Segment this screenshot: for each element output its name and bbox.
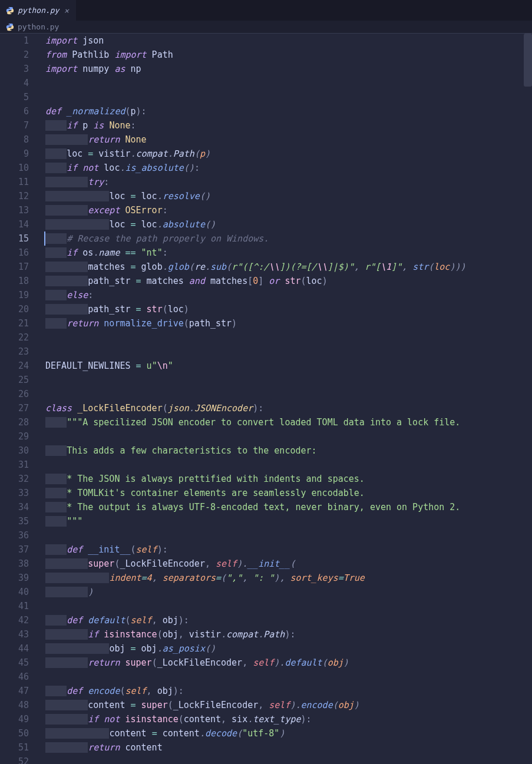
- code-line[interactable]: def encode(self, obj):: [45, 684, 532, 698]
- code-line[interactable]: return normalize_drive(path_str): [45, 316, 532, 330]
- code-line[interactable]: return super(_LockFileEncoder, self).def…: [45, 656, 532, 670]
- code-line[interactable]: path_str = matches and matches[0] or str…: [45, 274, 532, 288]
- code-line[interactable]: [45, 670, 532, 684]
- code-line[interactable]: content = super(_LockFileEncoder, self).…: [45, 698, 532, 712]
- token-text: loc: [136, 191, 157, 201]
- code-line[interactable]: obj = obj.as_posix(): [45, 641, 532, 656]
- code-line[interactable]: return None: [45, 133, 532, 147]
- token-punct: (: [163, 403, 168, 414]
- line-number: 39: [0, 571, 29, 585]
- code-line[interactable]: [45, 90, 532, 104]
- code-line[interactable]: except OSError:: [45, 203, 532, 217]
- token-param-it: obj: [338, 700, 354, 710]
- code-line[interactable]: [45, 345, 532, 359]
- token-fn-it: default: [285, 657, 322, 668]
- token-str-it: r: [232, 262, 237, 272]
- token-punct-it: .: [131, 148, 136, 159]
- tab-python[interactable]: python.py ×: [0, 0, 76, 21]
- token-punct: ):: [173, 686, 184, 696]
- code-area[interactable]: import jsonfrom Pathlib import Pathimpor…: [34, 34, 532, 764]
- breadcrumb[interactable]: python.py: [0, 21, 532, 34]
- token-bool: True: [343, 573, 365, 583]
- token-kw: def: [67, 615, 82, 626]
- token-punct: (: [163, 304, 168, 315]
- token-punct: (: [157, 629, 163, 640]
- code-line[interactable]: * TOMLKit's container elements are seaml…: [45, 486, 532, 500]
- line-number: 27: [0, 401, 29, 415]
- code-line[interactable]: # Recase the path properly on Windows.: [44, 231, 532, 246]
- token-text: loc: [109, 191, 130, 201]
- code-line[interactable]: * The JSON is always prettified with ind…: [45, 472, 532, 486]
- code-line[interactable]: This adds a few characteristics to the e…: [45, 444, 532, 458]
- code-line[interactable]: from Pathlib import Path: [45, 48, 532, 62]
- scrollbar-thumb[interactable]: [524, 34, 532, 87]
- token-param-it: indent: [109, 573, 141, 583]
- code-line[interactable]: path_str = str(loc): [45, 302, 532, 316]
- token-text: obj: [136, 643, 157, 654]
- token-op-it: =: [338, 573, 343, 583]
- token-builtin: super: [88, 558, 114, 569]
- code-line[interactable]: super(_LockFileEncoder, self).__init__(: [45, 557, 532, 571]
- code-line[interactable]: try:: [45, 175, 532, 189]
- code-line[interactable]: if os.name == "nt":: [45, 246, 532, 260]
- code-line[interactable]: def _normalized(p):: [45, 104, 532, 118]
- code-line[interactable]: loc = loc.resolve(): [45, 189, 532, 203]
- code-line[interactable]: indent=4, separators=(",", ": "), sort_k…: [45, 571, 532, 585]
- code-line[interactable]: class _LockFileEncoder(json.JSONEncoder)…: [45, 401, 532, 415]
- code-line[interactable]: if p is None:: [45, 118, 532, 133]
- code-line[interactable]: [45, 429, 532, 444]
- code-line[interactable]: [45, 330, 532, 345]
- token-kw: return: [67, 318, 98, 329]
- code-line[interactable]: [45, 373, 532, 387]
- token-str: "nt": [141, 247, 163, 258]
- indent-guide: [45, 177, 88, 187]
- code-line[interactable]: content = content.decode("utf-8"): [45, 726, 532, 740]
- indent-guide: [45, 219, 109, 230]
- code-line[interactable]: [45, 458, 532, 472]
- token-punct-it: .: [258, 629, 263, 640]
- editor[interactable]: 1234567891011121314151617181920212223242…: [0, 34, 532, 764]
- code-line[interactable]: import json: [45, 34, 532, 48]
- code-line[interactable]: def __init__(self):: [45, 543, 532, 557]
- close-icon[interactable]: ×: [62, 4, 70, 18]
- token-punct: :: [163, 205, 168, 216]
- code-line[interactable]: if isinstance(obj, vistir.compat.Path):: [45, 627, 532, 641]
- token-op: =: [131, 700, 136, 710]
- token-kw: class: [45, 403, 72, 414]
- token-punct-it: (: [189, 262, 194, 272]
- code-line[interactable]: loc = vistir.compat.Path(p): [45, 147, 532, 161]
- line-number: 40: [0, 585, 29, 599]
- code-line[interactable]: else:: [45, 288, 532, 302]
- code-line[interactable]: def default(self, obj):: [45, 613, 532, 627]
- code-line[interactable]: * The output is always UTF-8-encoded tex…: [45, 500, 532, 514]
- token-fn-it: encode: [301, 700, 333, 710]
- token-punct: [: [247, 276, 253, 286]
- code-line[interactable]: import numpy as np: [45, 62, 532, 76]
- token-text: p: [131, 106, 136, 117]
- code-line[interactable]: if not loc.is_absolute():: [45, 161, 532, 175]
- token-kw: if: [67, 163, 77, 173]
- token-type-it: json: [168, 403, 189, 414]
- token-text-it: Path: [173, 148, 194, 159]
- code-line[interactable]: [45, 755, 532, 764]
- code-line[interactable]: [45, 528, 532, 543]
- code-line[interactable]: """A specilized JSON encoder to convert …: [45, 415, 532, 429]
- code-line[interactable]: """: [45, 514, 532, 528]
- code-line[interactable]: loc = loc.absolute(): [45, 217, 532, 231]
- token-punct-it: (: [194, 148, 200, 159]
- code-line[interactable]: [45, 599, 532, 613]
- token-self-it: self: [216, 558, 237, 569]
- code-line[interactable]: return content: [45, 740, 532, 755]
- code-line[interactable]: [45, 387, 532, 401]
- code-line[interactable]: DEFAULT_NEWLINES = u"\n": [45, 359, 532, 373]
- code-line[interactable]: matches = glob.glob(re.sub(r"([^:/\\])(?…: [45, 260, 532, 274]
- code-line[interactable]: if not isinstance(content, six.text_type…: [45, 712, 532, 726]
- token-punct: ,: [152, 615, 163, 626]
- python-icon: [6, 23, 14, 31]
- code-line[interactable]: ): [45, 585, 532, 599]
- token-str-it: ",": [226, 573, 242, 583]
- line-number: 36: [0, 528, 29, 543]
- token-punct: ):: [285, 629, 295, 640]
- code-line[interactable]: [45, 76, 532, 90]
- token-str-it: ]|$)": [328, 262, 354, 272]
